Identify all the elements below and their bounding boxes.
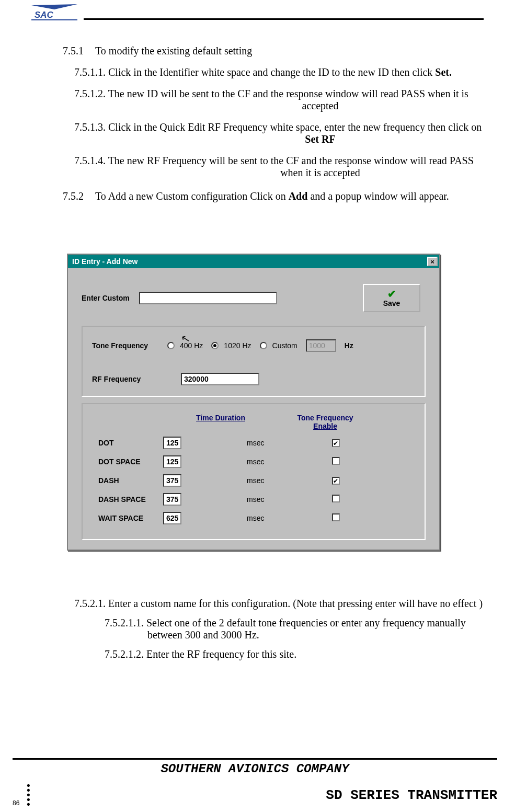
dot-space-input[interactable]: 125	[163, 455, 181, 468]
close-icon[interactable]: ×	[427, 257, 438, 266]
duration-grid: Time Duration Tone Frequency Enable DOT …	[82, 403, 426, 540]
item-7514-cont: when it is accepted	[63, 167, 484, 188]
text-7521: Enter a custom name for this configurati…	[106, 598, 483, 609]
save-button[interactable]: ✔ Save	[363, 284, 420, 312]
dot-space-checkbox[interactable]	[332, 457, 340, 465]
item-7512-cont: accepted	[63, 100, 484, 121]
heading-751: 7.5.1 To modify the existing default set…	[63, 45, 484, 66]
dialog-title: ID Entry - Add New	[72, 257, 138, 266]
row-dash: DASH 375 msec ✔	[98, 471, 413, 490]
save-label: Save	[383, 299, 400, 307]
row-dot-space: DOT SPACE 125 msec	[98, 452, 413, 471]
row-dash-space: DASH SPACE 375 msec	[98, 490, 413, 509]
id-entry-dialog: ID Entry - Add New × Enter Custom ✔ Save	[67, 254, 440, 551]
footer-dots-icon: •••••	[27, 783, 30, 807]
wait-space-checkbox[interactable]	[332, 513, 340, 521]
frequency-group: ↖ Tone Frequency 400 Hz 1020 Hz Custom 1…	[82, 326, 426, 397]
num-7521: 7.5.2.1.	[74, 598, 106, 609]
page-header: SAC	[31, 0, 484, 22]
text-7514: The new RF Frequency will be sent to the…	[106, 155, 474, 166]
num-752: 7.5.2	[63, 190, 84, 202]
footer-rule	[13, 758, 497, 760]
dialog-titlebar[interactable]: ID Entry - Add New ×	[68, 255, 439, 268]
footer-series: SD SERIES TRANSMITTER	[326, 787, 497, 803]
col-time-duration: Time Duration	[163, 414, 278, 430]
num-7513: 7.5.1.3.	[74, 121, 106, 133]
heading-752: 7.5.2 To Add a new Custom configuration …	[63, 188, 484, 212]
company-logo: SAC	[31, 2, 78, 22]
text-7513: Click in the Quick Edit RF Frequency whi…	[106, 121, 482, 133]
tone-frequency-label: Tone Frequency	[92, 341, 159, 350]
item-7512: 7.5.1.2. The new ID will be sent to the …	[63, 88, 484, 100]
enter-custom-label: Enter Custom	[82, 294, 130, 302]
item-7511: 7.5.1.1. Click in the Identifier white s…	[63, 66, 484, 88]
num-75212: 7.5.2.1.2.	[105, 648, 144, 660]
text-7512: The new ID will be sent to the CF and th…	[106, 88, 468, 99]
dash-checkbox[interactable]: ✔	[332, 477, 340, 485]
item-7521: 7.5.2.1. Enter a custom name for this co…	[74, 598, 484, 610]
footer-company: SOUTHERN AVIONICS COMPANY	[13, 762, 497, 776]
text-75212: Enter the RF frequency for this site.	[144, 648, 296, 660]
dot-input[interactable]: 125	[163, 437, 181, 449]
check-icon: ✔	[387, 289, 396, 299]
svg-text:SAC: SAC	[35, 10, 54, 20]
text-751: To modify the existing default setting	[95, 45, 252, 57]
col-tone-enable: Tone Frequency Enable	[278, 414, 372, 430]
enter-custom-input[interactable]	[139, 292, 277, 304]
num-751: 7.5.1	[63, 45, 84, 57]
header-rule	[84, 18, 484, 20]
item-7513: 7.5.1.3. Click in the Quick Edit RF Freq…	[63, 121, 484, 133]
item-75211: 7.5.2.1.1. Select one of the 2 default t…	[74, 610, 484, 641]
wait-space-input[interactable]: 625	[163, 512, 181, 524]
num-7514: 7.5.1.4.	[74, 155, 106, 166]
dash-space-checkbox[interactable]	[332, 495, 340, 502]
dash-space-input[interactable]: 375	[163, 493, 181, 506]
text-752: To Add a new Custom configuration Click …	[95, 190, 449, 202]
svg-marker-0	[31, 4, 77, 9]
cursor-icon: ↖	[180, 331, 191, 345]
radio-1020hz[interactable]: 1020 Hz	[211, 341, 251, 350]
text-75211a: Select one of the 2 default tone frequen…	[144, 617, 466, 628]
text-75211b: between 300 and 3000 Hz.	[105, 629, 484, 641]
num-75211: 7.5.2.1.1.	[105, 617, 144, 628]
num-7512: 7.5.1.2.	[74, 88, 106, 99]
radio-custom[interactable]: Custom	[260, 341, 297, 350]
item-7513-bold: Set RF	[63, 133, 484, 155]
custom-hz-input[interactable]: 1000	[306, 339, 336, 352]
num-7511: 7.5.1.1.	[74, 66, 106, 78]
text-7511: Click in the Identifier white space and …	[106, 66, 435, 78]
bold-7511: Set.	[435, 66, 452, 78]
dot-checkbox[interactable]: ✔	[332, 439, 340, 447]
rf-frequency-label: RF Frequency	[92, 375, 159, 383]
page-footer: SOUTHERN AVIONICS COMPANY 86 ••••• SD SE…	[0, 758, 515, 807]
row-wait-space: WAIT SPACE 625 msec	[98, 509, 413, 528]
item-75212: 7.5.2.1.2. Enter the RF frequency for th…	[74, 641, 484, 660]
dash-input[interactable]: 375	[163, 474, 181, 487]
rf-frequency-input[interactable]: 320000	[181, 373, 259, 385]
hz-label: Hz	[345, 341, 353, 350]
page-number: 86	[13, 799, 19, 807]
row-dot: DOT 125 msec ✔	[98, 433, 413, 452]
item-7514: 7.5.1.4. The new RF Frequency will be se…	[63, 155, 484, 167]
